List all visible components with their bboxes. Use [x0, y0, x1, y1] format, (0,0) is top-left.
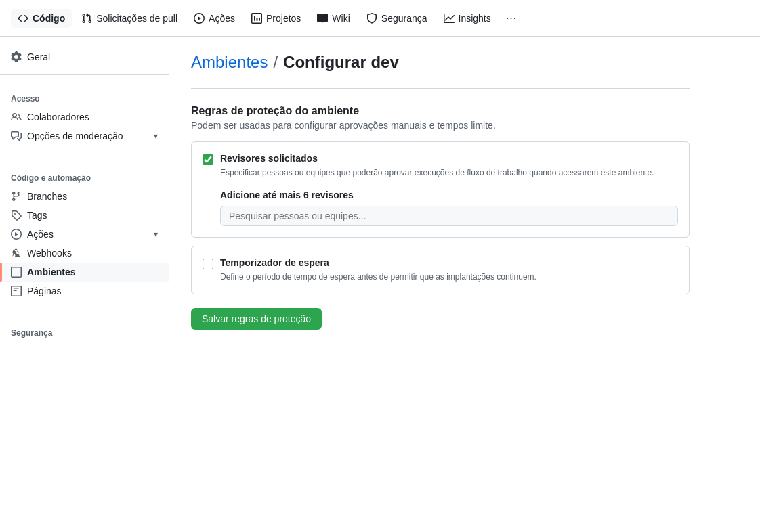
nav-label-security: Segurança: [381, 13, 427, 24]
actions-icon: [194, 13, 205, 24]
projects-icon: [251, 13, 262, 24]
nav-label-code: Código: [33, 13, 65, 24]
breadcrumb-current: Configurar dev: [283, 53, 399, 72]
rule-header-revisores: Revisores solicitados Especificar pessoa…: [203, 153, 678, 179]
sidebar-item-branches[interactable]: Branches: [0, 187, 169, 206]
insights-icon: [444, 13, 455, 24]
sidebar-item-moderacao[interactable]: Opções de moderação ▾: [0, 127, 169, 146]
reviewer-section: Adicione até mais 6 revisores: [220, 190, 678, 226]
rule-title-revisores: Revisores solicitados: [220, 153, 654, 164]
nav-item-pull-requests[interactable]: Solicitações de pull: [75, 9, 184, 28]
nav-item-code[interactable]: Código: [11, 9, 72, 28]
reviewer-search-input[interactable]: [220, 206, 678, 226]
sidebar-divider-1: [0, 74, 169, 75]
main-content: Ambientes / Configurar dev Regras de pro…: [169, 37, 711, 532]
webhook-icon: [11, 248, 22, 259]
rule-desc-revisores: Especificar pessoas ou equipes que poder…: [220, 167, 654, 179]
rule-title-temporizador: Temporizador de espera: [220, 257, 536, 268]
protection-desc: Podem ser usadas para configurar aprovaç…: [191, 120, 690, 131]
nav-item-insights[interactable]: Insights: [437, 9, 498, 28]
sidebar-item-ambientes[interactable]: Ambientes: [0, 263, 169, 282]
sidebar-item-colaboradores[interactable]: Colaboradores: [0, 108, 169, 127]
rule-header-temporizador: Temporizador de espera Define o período …: [203, 257, 678, 283]
gear-icon: [11, 51, 22, 62]
chevron-down-icon: ▾: [154, 131, 158, 141]
sidebar-item-acoes[interactable]: Ações ▾: [0, 225, 169, 244]
environments-icon: [11, 267, 22, 278]
sidebar-label-moderacao: Opções de moderação: [27, 131, 123, 141]
branch-icon: [11, 191, 22, 202]
sidebar-label-tags: Tags: [27, 210, 47, 221]
main-layout: Geral Acesso Colaboradores Opções de mod…: [0, 37, 760, 532]
nav-label-projects: Projetos: [266, 13, 301, 24]
breadcrumb-separator: /: [273, 53, 278, 72]
reviewer-label: Adicione até mais 6 revisores: [220, 190, 678, 200]
sidebar-section-seguranca: Segurança: [0, 317, 169, 342]
sidebar-section-codigo: Código e automação: [0, 162, 169, 187]
play-circle-icon: [11, 229, 22, 240]
sidebar: Geral Acesso Colaboradores Opções de mod…: [0, 37, 169, 532]
sidebar-label-ambientes: Ambientes: [27, 267, 76, 278]
pages-icon: [11, 286, 22, 296]
security-icon: [366, 13, 377, 24]
sidebar-label-acoes: Ações: [27, 229, 54, 240]
rule-desc-temporizador: Define o período de tempo de espera ante…: [220, 271, 536, 283]
sidebar-section-acesso: Acesso: [0, 83, 169, 108]
rule-card-revisores: Revisores solicitados Especificar pessoa…: [191, 141, 690, 238]
breadcrumb-link[interactable]: Ambientes: [191, 53, 268, 72]
rule-content-temporizador: Temporizador de espera Define o período …: [220, 257, 536, 283]
sidebar-item-webhooks[interactable]: Webhooks: [0, 244, 169, 263]
sidebar-label-paginas: Páginas: [27, 286, 62, 296]
sidebar-item-paginas[interactable]: Páginas: [0, 282, 169, 301]
nav-label-pull-requests: Solicitações de pull: [96, 13, 177, 24]
sidebar-label-geral: Geral: [27, 51, 50, 62]
pull-request-icon: [81, 13, 92, 24]
save-button-label: Salvar regras de proteção: [202, 313, 311, 324]
sidebar-divider-2: [0, 154, 169, 154]
chevron-down-icon-acoes: ▾: [154, 229, 158, 239]
nav-item-actions[interactable]: Ações: [187, 9, 242, 28]
protection-title: Regras de proteção do ambiente: [191, 105, 690, 117]
checkbox-temporizador[interactable]: [203, 259, 213, 269]
save-button[interactable]: Salvar regras de proteção: [191, 308, 322, 330]
nav-label-actions: Ações: [209, 13, 235, 24]
nav-item-projects[interactable]: Projetos: [245, 9, 308, 28]
tag-icon: [11, 210, 22, 221]
wiki-icon: [317, 13, 328, 24]
sidebar-divider-3: [0, 309, 169, 309]
top-nav: Código Solicitações de pull Ações Projet…: [0, 0, 760, 37]
breadcrumb: Ambientes / Configurar dev: [191, 53, 690, 72]
nav-item-security[interactable]: Segurança: [360, 9, 434, 28]
nav-more-button[interactable]: ···: [501, 8, 522, 28]
person-icon: [11, 112, 22, 123]
nav-label-wiki: Wiki: [332, 13, 350, 24]
nav-item-wiki[interactable]: Wiki: [310, 9, 356, 28]
sidebar-label-branches: Branches: [27, 191, 67, 202]
nav-label-insights: Insights: [459, 13, 491, 24]
rule-card-temporizador: Temporizador de espera Define o período …: [191, 246, 690, 294]
sidebar-item-geral[interactable]: Geral: [0, 47, 169, 66]
comment-icon: [11, 131, 22, 141]
sidebar-item-tags[interactable]: Tags: [0, 206, 169, 225]
code-icon: [18, 13, 28, 24]
breadcrumb-divider: [191, 88, 690, 89]
rule-content-revisores: Revisores solicitados Especificar pessoa…: [220, 153, 654, 179]
sidebar-label-colaboradores: Colaboradores: [27, 112, 89, 123]
sidebar-label-webhooks: Webhooks: [27, 248, 72, 259]
checkbox-revisores[interactable]: [203, 154, 213, 165]
